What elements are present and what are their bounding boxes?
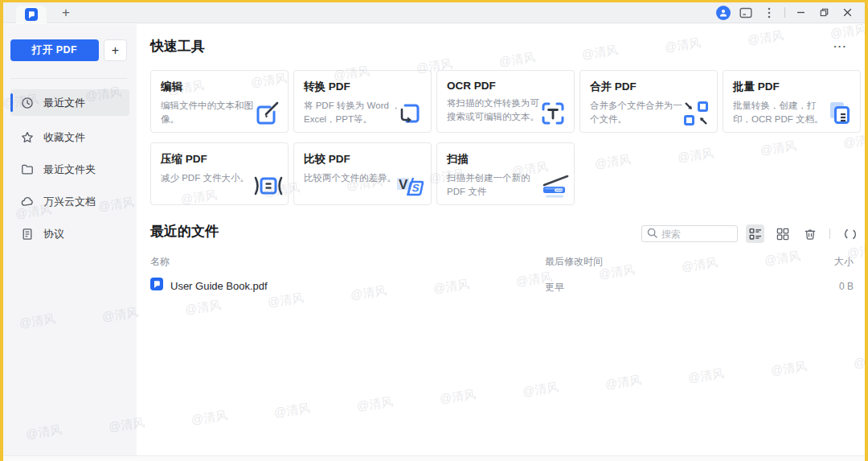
card-desc: 编辑文件中的文本和图像。: [161, 99, 259, 126]
feedback-icon[interactable]: [738, 5, 754, 21]
file-modified: 更早: [545, 281, 564, 294]
card-title: 合并 PDF: [590, 80, 707, 94]
sidebar-nav: 最近文件 收藏文件 最近文件夹 万兴云文档: [3, 89, 137, 247]
restore-button[interactable]: [816, 5, 832, 21]
quick-tools-more-button[interactable]: ...: [833, 40, 847, 48]
create-pdf-button[interactable]: +: [104, 39, 127, 61]
merge-icon: [682, 99, 710, 128]
card-desc: 扫描并创建一个新的 PDF 文件: [447, 171, 545, 198]
sidebar-item-favorites[interactable]: 收藏文件: [10, 124, 129, 150]
convert-icon: [395, 99, 424, 128]
svg-text:V: V: [399, 177, 408, 192]
card-desc: 将 PDF 转换为 Word ，Excel，PPT等。: [304, 99, 402, 126]
sidebar-item-label: 最近文件: [43, 96, 85, 110]
card-desc: 比较两个文件的差异。: [304, 171, 402, 185]
actions-separator: [829, 228, 830, 239]
selected-indicator: [10, 93, 13, 112]
app-tab[interactable]: [16, 6, 47, 23]
refresh-button[interactable]: [841, 224, 859, 243]
view-actions: [746, 224, 859, 243]
card-edit[interactable]: 编辑 编辑文件中的文本和图像。: [150, 70, 289, 133]
card-title: 扫描: [447, 152, 564, 167]
recent-files-title: 最近的文件: [150, 222, 219, 241]
minimize-button[interactable]: [792, 5, 809, 21]
sidebar-item-label: 最近文件夹: [43, 163, 96, 177]
column-modified[interactable]: 最后修改时间: [545, 255, 603, 269]
trash-button[interactable]: [800, 224, 819, 243]
file-row[interactable]: User Guide Book.pdf 更早 0 B: [150, 275, 854, 298]
card-merge-pdf[interactable]: 合并 PDF 合并多个文件合并为一个文件。: [579, 70, 718, 133]
card-desc: 批量转换，创建，打印，OCR PDF 文档。: [733, 99, 831, 126]
search-input[interactable]: [661, 228, 726, 240]
more-vertical-icon[interactable]: [761, 5, 777, 21]
card-title: OCR PDF: [447, 80, 564, 92]
person-icon: [719, 8, 728, 18]
file-name: User Guide Book.pdf: [170, 280, 268, 292]
card-compress-pdf[interactable]: 压缩 PDF 减少 PDF 文件大小。: [150, 142, 289, 205]
sidebar-item-cloud-docs[interactable]: 万兴云文档: [10, 188, 129, 215]
card-desc: 减少 PDF 文件大小。: [161, 171, 259, 185]
star-icon: [20, 130, 34, 144]
card-convert-pdf[interactable]: 转换 PDF 将 PDF 转换为 Word ，Excel，PPT等。: [293, 70, 432, 133]
pdfelement-logo-icon: [25, 8, 38, 21]
card-desc: 合并多个文件合并为一个文件。: [590, 99, 688, 126]
window-bottom-edge: [3, 455, 865, 461]
card-title: 转换 PDF: [304, 80, 421, 94]
list-view-button[interactable]: [746, 224, 764, 243]
card-compare-pdf[interactable]: 比较 PDF 比较两个文件的差异。 V S: [293, 142, 432, 205]
card-title: 比较 PDF: [304, 152, 421, 167]
close-button[interactable]: [839, 5, 855, 21]
search-box[interactable]: [641, 225, 738, 242]
search-icon: [647, 227, 657, 241]
titlebar: +: [3, 2, 865, 23]
quick-tools-grid: 编辑 编辑文件中的文本和图像。 转换 PDF 将 PDF 转换为 Word ，E…: [150, 70, 861, 205]
new-tab-button[interactable]: +: [58, 5, 74, 21]
clock-icon: [20, 96, 34, 109]
compress-icon: [252, 171, 281, 200]
sidebar-item-label: 收藏文件: [43, 130, 85, 145]
card-title: 压缩 PDF: [161, 152, 278, 167]
sidebar-item-agreement[interactable]: 协议: [10, 220, 129, 247]
sidebar: 打开 PDF + 最近文件 收藏文件 最近文件: [3, 24, 137, 455]
open-pdf-button[interactable]: 打开 PDF: [10, 39, 99, 61]
edit-icon: [252, 99, 281, 128]
scan-icon: [538, 171, 567, 200]
pdf-file-icon: [150, 278, 163, 294]
sidebar-item-recent-files[interactable]: 最近文件: [10, 89, 129, 116]
batch-icon: [825, 99, 854, 128]
sidebar-item-recent-folders[interactable]: 最近文件夹: [10, 156, 129, 183]
card-desc: 将扫描的文件转换为可搜索或可编辑的文本。: [447, 97, 545, 123]
user-avatar[interactable]: [716, 6, 731, 20]
sidebar-item-label: 协议: [43, 227, 64, 241]
sidebar-item-label: 万兴云文档: [43, 195, 96, 209]
card-title: 批量 PDF: [733, 80, 850, 94]
main-content: 快速工具 ... 编辑 编辑文件中的文本和图像。 转换 PDF 将 PDF 转换…: [137, 24, 865, 455]
grid-view-button[interactable]: [773, 224, 792, 243]
file-text-icon: [20, 227, 34, 241]
titlebar-separator: [784, 7, 785, 18]
recent-files-table-header: 名称 最后修改时间 大小: [150, 255, 854, 268]
ocr-icon: [538, 99, 567, 128]
card-batch-pdf[interactable]: 批量 PDF 批量转换，创建，打印，OCR PDF 文档。: [723, 70, 861, 133]
card-scan[interactable]: 扫描 扫描并创建一个新的 PDF 文件: [436, 142, 575, 205]
folder-icon: [20, 163, 34, 176]
quick-tools-title: 快速工具: [150, 37, 205, 56]
cloud-icon: [20, 195, 34, 208]
card-title: 编辑: [161, 80, 278, 94]
sidebar-divider: [10, 78, 127, 79]
column-name[interactable]: 名称: [150, 255, 170, 269]
column-size[interactable]: 大小: [834, 255, 854, 269]
compare-icon: V S: [395, 171, 424, 200]
card-ocr-pdf[interactable]: OCR PDF 将扫描的文件转换为可搜索或可编辑的文本。: [436, 70, 575, 133]
app-window: +: [0, 0, 868, 461]
file-size: 0 B: [839, 281, 854, 292]
